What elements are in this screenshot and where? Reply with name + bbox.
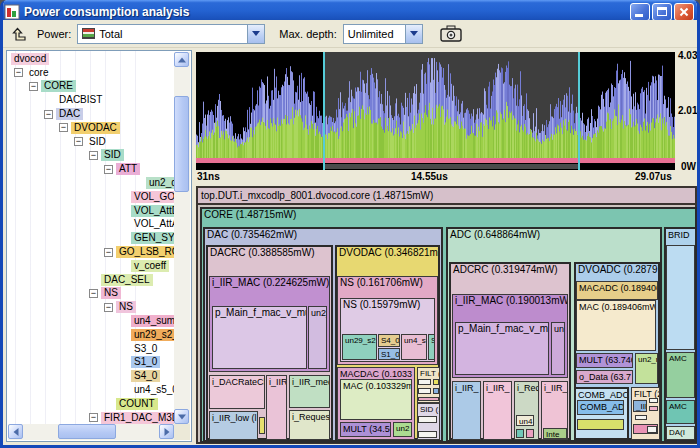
tree-collapse-icon[interactable]: − bbox=[59, 123, 68, 132]
snapshot-button[interactable] bbox=[437, 24, 465, 43]
treemap-node-adc-inte[interactable]: Inte bbox=[543, 428, 567, 439]
treemap-node-macadc-mac[interactable]: MAC (0.189406mW) bbox=[576, 300, 656, 351]
tree-item-vol-attd-[interactable]: VOL_AttD. bbox=[8, 204, 174, 218]
tree-item-gen-syni[interactable]: GEN_SYNI bbox=[8, 231, 174, 245]
tree-item-un2-d[interactable]: un2_d bbox=[8, 176, 174, 190]
tree-item-dvocod[interactable]: dvocod bbox=[8, 52, 174, 66]
treemap-node-s3[interactable]: S3_ bbox=[428, 334, 435, 360]
tree-item-ns[interactable]: −NS bbox=[8, 287, 174, 301]
treemap-node-s1-0[interactable]: S1_0 bbox=[378, 348, 400, 360]
tree-item-count[interactable]: COUNT bbox=[8, 397, 174, 411]
scroll-right-arrow-icon[interactable] bbox=[159, 424, 174, 439]
treemap-node-un4-su[interactable]: un4_su bbox=[401, 334, 427, 360]
scroll-left-arrow-icon[interactable] bbox=[8, 424, 23, 439]
treemap-node-sid-dac-bar1[interactable] bbox=[418, 416, 437, 423]
treemap-node-macadc-mult[interactable]: MULT (63.746 bbox=[576, 353, 633, 368]
tree-collapse-icon[interactable]: − bbox=[89, 151, 98, 160]
power-waveform-chart[interactable] bbox=[196, 52, 675, 170]
treemap-node-macdac-un2[interactable]: un2 bbox=[393, 422, 412, 437]
tree-item-fir1-dac-m3db[interactable]: −FIR1_DAC_M3DB bbox=[8, 411, 174, 424]
tree-item-sid[interactable]: −SID bbox=[8, 149, 174, 163]
treemap-node-filt-adc-chip1[interactable] bbox=[649, 398, 658, 403]
treemap-node-amc-1[interactable]: AMC bbox=[666, 352, 695, 398]
tree-item-un4-sum-[interactable]: un4_sum_ bbox=[8, 314, 174, 328]
minimize-button[interactable] bbox=[630, 3, 650, 21]
treemap-node-i-dacratecl[interactable]: i_DACRateCl bbox=[209, 375, 265, 409]
tree-collapse-icon[interactable]: − bbox=[29, 82, 38, 91]
tree-item-sid[interactable]: −SID bbox=[8, 135, 174, 149]
treemap-node-adc-chip-teal[interactable] bbox=[516, 429, 524, 438]
tree-item-vol-go[interactable]: VOL_GO bbox=[8, 190, 174, 204]
treemap-node-filt-dac-bar2[interactable] bbox=[418, 388, 431, 394]
tree-item-s1-0[interactable]: S1_0 bbox=[8, 356, 174, 370]
treemap-node-sid-dac-bar2[interactable] bbox=[418, 431, 437, 438]
tree-collapse-icon[interactable]: − bbox=[104, 248, 113, 257]
treemap-node-adc-un4-chip[interactable]: un4_ bbox=[516, 415, 534, 426]
treemap-node-filt-dac-chip1[interactable] bbox=[433, 379, 439, 385]
treemap-node-adc-iir1[interactable]: i_IIR_ bbox=[452, 381, 481, 440]
tree-item-s3-0[interactable]: S3_0 bbox=[8, 342, 174, 356]
treemap-node-s4-0[interactable]: S4_0 bbox=[378, 334, 400, 347]
treemap-node-dac-pmain-mult[interactable]: p_Main_f_mac_v_mult bbox=[212, 306, 307, 369]
close-button[interactable] bbox=[674, 3, 694, 21]
treemap-node-adc-un[interactable]: un bbox=[551, 322, 565, 375]
tree-item-dacbist[interactable]: DACBIST bbox=[8, 93, 174, 107]
treemap-node-macdac-mac[interactable]: MAC (0.103329m bbox=[340, 379, 412, 420]
tree-collapse-icon[interactable]: − bbox=[104, 165, 113, 174]
power-combobox[interactable]: Total bbox=[77, 24, 265, 44]
tree-item-s4-0[interactable]: S4_0 bbox=[8, 369, 174, 383]
treemap-node-i-iir-med[interactable]: i_IIR_med bbox=[289, 375, 330, 408]
treemap-node-bridge-inner[interactable] bbox=[666, 245, 695, 350]
tree-item-dac[interactable]: −DAC bbox=[8, 107, 174, 121]
treemap-node-macadc-un2-re[interactable]: un2_re bbox=[635, 353, 658, 384]
treemap-node-filt-adc-chip4[interactable] bbox=[647, 426, 657, 433]
treemap-node-i-iir-tall[interactable]: i_IIR bbox=[266, 375, 287, 440]
depth-combobox[interactable]: Unlimited bbox=[343, 24, 423, 44]
treemap-node-chip-yellow[interactable] bbox=[259, 417, 265, 434]
tree-item-att[interactable]: −ATT bbox=[8, 162, 174, 176]
tree-collapse-icon[interactable]: − bbox=[74, 137, 83, 146]
tree-collapse-icon[interactable]: − bbox=[14, 68, 23, 77]
treemap-node-filt-adc-chip2[interactable] bbox=[649, 406, 658, 411]
tree-item-ns[interactable]: −NS bbox=[8, 300, 174, 314]
treemap-node-dac-un2[interactable]: un2_ bbox=[308, 306, 327, 369]
treemap-node-filt-adc-iir[interactable]: _IIR bbox=[633, 400, 647, 412]
tree-collapse-icon[interactable]: − bbox=[44, 110, 53, 119]
tree-collapse-icon[interactable]: − bbox=[89, 413, 98, 422]
depth-dropdown-arrow-icon[interactable] bbox=[405, 25, 422, 43]
treemap-node-adc-iir2[interactable]: i_IIR_ bbox=[483, 381, 512, 440]
tree-vertical-scrollbar[interactable] bbox=[174, 52, 190, 424]
tree-item-dvodac[interactable]: −DVODAC bbox=[8, 121, 174, 135]
tree-item-vol-attal[interactable]: VOL_AttAl bbox=[8, 218, 174, 232]
up-level-button[interactable] bbox=[9, 26, 31, 42]
tree-item-un4-s5-0[interactable]: un4_s5_0 bbox=[8, 383, 174, 397]
power-dropdown-arrow-icon[interactable] bbox=[247, 25, 264, 43]
tree-item-core[interactable]: −CORE bbox=[8, 80, 174, 94]
treemap-node-adc-pmain-mult[interactable]: p_Main_f_mac_v_mult bbox=[455, 322, 549, 375]
treemap-node-comb-adc-inner[interactable]: COMB_ADC bbox=[577, 400, 624, 415]
tree-item-core[interactable]: −core bbox=[8, 66, 174, 80]
treemap-node-filt-dac-bar3[interactable] bbox=[418, 397, 439, 401]
treemap-node-i-iir-low[interactable]: i_IIR_low (l bbox=[209, 411, 258, 440]
treemap-node-filt-dac-chip2[interactable] bbox=[433, 388, 439, 394]
treemap-node-comb-adc-bar[interactable] bbox=[577, 419, 624, 430]
treemap-node-macadc[interactable]: MACADC (0.189406mW bbox=[576, 281, 658, 300]
scroll-up-arrow-icon[interactable] bbox=[174, 52, 189, 67]
treemap-node-filt-dac-bar1[interactable] bbox=[418, 379, 431, 385]
treemap-node-i-requesto[interactable]: i_Requesto bbox=[289, 410, 330, 440]
horizontal-scroll-thumb[interactable] bbox=[58, 424, 116, 439]
tree-horizontal-scrollbar[interactable] bbox=[8, 424, 174, 440]
treemap-node-macdac-mult[interactable]: MULT (34.50 bbox=[340, 422, 391, 437]
treemap-node-adc-chip-pink[interactable] bbox=[526, 429, 534, 438]
treemap-node-macadc-odata[interactable]: o_Data (63.7 bbox=[576, 370, 633, 384]
tree-collapse-icon[interactable]: − bbox=[104, 303, 113, 312]
tree-item-v-coeff[interactable]: v_coeff bbox=[8, 259, 174, 273]
tree-item-un29-s2-[interactable]: un29_s2_ bbox=[8, 328, 174, 342]
vertical-scroll-thumb[interactable] bbox=[174, 96, 189, 192]
treemap-node-un29-s2[interactable]: un29_s2 bbox=[342, 334, 377, 360]
scroll-down-arrow-icon[interactable] bbox=[174, 409, 189, 424]
tree-item-go-lsb-rom[interactable]: −GO_LSB_ROM bbox=[8, 245, 174, 259]
treemap-node-amc-2[interactable]: AMC bbox=[666, 400, 695, 424]
treemap-node-dai[interactable]: DA(I bbox=[666, 426, 695, 440]
tree-item-dac-sel[interactable]: DAC_SEL bbox=[8, 273, 174, 287]
